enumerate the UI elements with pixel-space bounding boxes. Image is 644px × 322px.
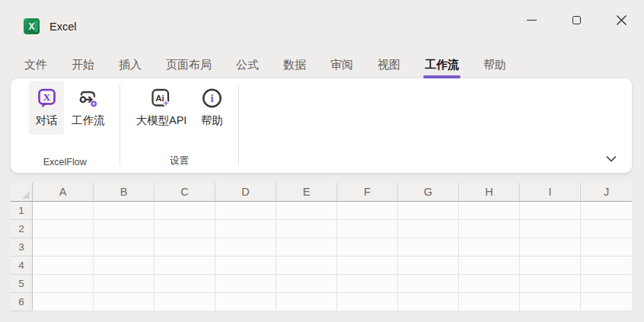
grid-cell-H1[interactable] [459,202,520,220]
grid-cell-I4[interactable] [520,257,581,275]
maximize-button[interactable] [554,0,599,40]
column-header-G[interactable]: G [398,183,459,201]
tab-insert[interactable]: 插入 [107,55,154,75]
grid-cell-J4[interactable] [581,257,632,275]
grid-cell-B2[interactable] [94,220,155,238]
grid-cell-F5[interactable] [337,275,398,293]
group-separator [238,84,239,165]
grid-cell-H4[interactable] [459,257,520,275]
grid-cell-D1[interactable] [215,202,276,220]
grid-cell-E3[interactable] [276,238,337,257]
row-header-1[interactable]: 1 [11,202,33,220]
row-header-6[interactable]: 6 [11,293,33,311]
tab-formulas[interactable]: 公式 [224,55,271,75]
tab-data[interactable]: 数据 [271,55,318,75]
grid-cell-J6[interactable] [581,293,632,311]
column-header-A[interactable]: A [33,183,94,201]
grid-cell-G6[interactable] [398,293,459,311]
grid-cell-I6[interactable] [520,293,581,311]
grid-cell-F1[interactable] [337,202,398,220]
grid-cell-B4[interactable] [94,257,155,275]
column-header-D[interactable]: D [215,183,276,201]
grid-cell-C3[interactable] [155,238,215,257]
tab-workflow[interactable]: 工作流 [413,55,471,75]
close-button[interactable] [599,0,644,40]
grid-cell-C4[interactable] [155,257,215,275]
excel-app-icon: X [24,18,40,34]
llm-api-button[interactable]: Ai 大模型API [131,81,193,135]
grid-cell-B5[interactable] [94,275,155,293]
grid-cell-D3[interactable] [215,238,276,257]
grid-cell-G3[interactable] [398,238,459,257]
workflow-button[interactable]: 工作流 [66,81,110,135]
grid-cell-A3[interactable] [33,238,94,257]
tab-home[interactable]: 开始 [59,55,107,75]
grid-cell-F6[interactable] [337,293,398,311]
grid-cell-A4[interactable] [33,257,94,275]
column-header-I[interactable]: I [520,183,581,201]
grid-cell-J2[interactable] [581,220,632,238]
column-header-B[interactable]: B [94,183,155,201]
tab-review[interactable]: 审阅 [318,55,365,75]
chat-button[interactable]: X 对话 [29,81,64,135]
grid-cell-A2[interactable] [33,220,94,238]
grid-cell-G5[interactable] [398,275,459,293]
tab-view[interactable]: 视图 [365,55,413,75]
grid-cell-A1[interactable] [33,202,94,220]
grid-cell-I3[interactable] [520,238,581,257]
grid-cell-C1[interactable] [155,202,215,220]
row-header-4[interactable]: 4 [11,257,33,275]
grid-cell-I1[interactable] [520,202,581,220]
grid-cell-G2[interactable] [398,220,459,238]
column-header-J[interactable]: J [581,183,632,201]
grid-cell-F2[interactable] [337,220,398,238]
tab-page-layout[interactable]: 页面布局 [154,55,224,75]
grid-cell-B6[interactable] [94,293,155,311]
grid-cell-E6[interactable] [276,293,337,311]
column-header-F[interactable]: F [337,183,398,201]
group-label-excelflow: ExcelFlow [11,157,120,173]
tab-file[interactable]: 文件 [12,55,59,75]
grid-cell-H2[interactable] [459,220,520,238]
grid-cell-D2[interactable] [215,220,276,238]
column-header-E[interactable]: E [276,183,337,201]
grid-cell-J5[interactable] [581,275,632,293]
ribbon-collapse-button[interactable] [601,152,621,166]
grid-cell-G1[interactable] [398,202,459,220]
window-title: Excel [49,21,76,33]
row-header-2[interactable]: 2 [11,220,33,238]
grid-cell-J3[interactable] [581,238,632,257]
grid-cell-I2[interactable] [520,220,581,238]
help-button[interactable]: i 帮助 [194,81,229,135]
grid-cell-C6[interactable] [155,293,215,311]
grid-cell-E1[interactable] [276,202,337,220]
grid-cell-D5[interactable] [215,275,276,293]
grid-cell-A6[interactable] [33,293,94,311]
grid-cell-B3[interactable] [94,238,155,257]
grid-cell-C5[interactable] [155,275,215,293]
grid-cell-G4[interactable] [398,257,459,275]
select-all-corner[interactable] [11,183,33,201]
tab-help[interactable]: 帮助 [471,55,518,75]
grid-cell-H3[interactable] [459,238,520,257]
minimize-button[interactable] [509,0,554,40]
grid-cell-J1[interactable] [581,202,632,220]
row-header-3[interactable]: 3 [11,238,33,257]
grid-cell-E2[interactable] [276,220,337,238]
grid-cell-D6[interactable] [215,293,276,311]
grid-cell-I5[interactable] [520,275,581,293]
grid-cell-C2[interactable] [155,220,215,238]
excel-window: { "titlebar": { "app_title": "Excel", "c… [0,0,644,322]
row-header-5[interactable]: 5 [11,275,33,293]
grid-cell-A5[interactable] [33,275,94,293]
grid-cell-D4[interactable] [215,257,276,275]
grid-cell-B1[interactable] [94,202,155,220]
grid-cell-H6[interactable] [459,293,520,311]
column-header-C[interactable]: C [155,183,215,201]
grid-cell-E4[interactable] [276,257,337,275]
grid-cell-E5[interactable] [276,275,337,293]
grid-cell-F4[interactable] [337,257,398,275]
grid-cell-F3[interactable] [337,238,398,257]
column-header-H[interactable]: H [459,183,520,201]
grid-cell-H5[interactable] [459,275,520,293]
